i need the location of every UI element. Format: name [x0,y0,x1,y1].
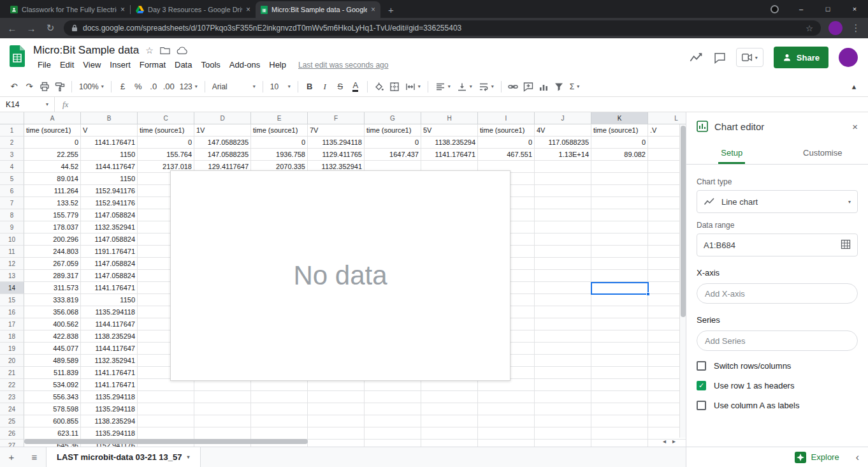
cell-K10[interactable] [591,234,648,246]
checkbox-row-use-column-a-as-labels[interactable]: Use column A as labels [697,401,858,410]
sheet-tab-active[interactable]: LAST microbit-data 03-21 13_57 ▾ [46,447,201,467]
row-header-15[interactable]: 15 [0,294,24,306]
cell-K12[interactable] [591,258,648,270]
row-header-23[interactable]: 23 [0,391,24,403]
cell-E26[interactable] [251,427,308,440]
cell-K2[interactable]: 0 [591,137,648,149]
cell-D1[interactable]: 1V [194,124,251,137]
cell-C3[interactable]: 155.764 [138,149,194,161]
cell-B22[interactable]: 1141.176471 [81,379,138,391]
star-icon[interactable]: ☆ [145,45,154,56]
paint-format-icon[interactable] [52,79,68,94]
menu-tools[interactable]: Tools [196,59,224,71]
document-title[interactable]: Micro:Bit Sample data [33,44,139,57]
cell-C23[interactable] [138,391,194,403]
url-bar[interactable]: docs.google.com/spreadsheets/d/107Pkqo3s… [64,20,821,36]
row-header-12[interactable]: 12 [0,258,24,270]
browser-profile-avatar[interactable] [828,21,843,35]
cell-B13[interactable]: 1147.058824 [81,270,138,282]
row-header-25[interactable]: 25 [0,415,24,427]
cell-C1[interactable]: time (source1) [138,124,194,137]
cell-I25[interactable] [478,415,535,427]
cell-J15[interactable] [535,294,591,306]
cell-F1[interactable]: 7V [308,124,365,137]
cell-G2[interactable]: 0 [365,137,421,149]
cell-B14[interactable]: 1141.176471 [81,282,138,294]
menu-view[interactable]: View [78,59,105,71]
cell-K24[interactable] [591,403,648,415]
cell-A9[interactable]: 178.037 [24,221,81,234]
column-header-G[interactable]: G [365,112,421,124]
cell-E25[interactable] [251,415,308,427]
minimize-button[interactable]: – [788,0,814,18]
column-header-B[interactable]: B [81,112,138,124]
cell-J10[interactable] [535,234,591,246]
series-input[interactable]: Add Series [697,330,858,351]
cell-K25[interactable] [591,415,648,427]
cell-A4[interactable]: 44.52 [24,161,81,173]
insert-chart-icon[interactable] [536,79,551,94]
cell-E2[interactable]: 0 [251,137,308,149]
text-color-icon[interactable]: A [348,79,363,94]
cell-K9[interactable] [591,221,648,234]
cell-A14[interactable]: 311.573 [24,282,81,294]
cell-A6[interactable]: 111.264 [24,185,81,197]
cell-B6[interactable]: 1152.941176 [81,185,138,197]
cell-K18[interactable] [591,330,648,343]
cell-K6[interactable] [591,185,648,197]
cell-F3[interactable]: 1129.411765 [308,149,365,161]
cell-H23[interactable] [421,391,478,403]
browser-tab-classroom[interactable]: Classwork for The Fully Electric C × [5,1,130,18]
cell-K13[interactable] [591,270,648,282]
cell-G26[interactable] [365,427,421,440]
cell-E1[interactable]: time (source1) [251,124,308,137]
cell-B18[interactable]: 1138.235294 [81,330,138,343]
menu-insert[interactable]: Insert [105,59,135,71]
tab-setup[interactable]: Setup [686,140,778,164]
cell-K17[interactable] [591,318,648,330]
cell-K19[interactable] [591,343,648,355]
increase-decimal-icon[interactable]: .00 [161,79,177,94]
cell-J25[interactable] [535,415,591,427]
cell-B17[interactable]: 1144.117647 [81,318,138,330]
cell-H2[interactable]: 1138.235294 [421,137,478,149]
close-icon[interactable]: × [246,5,250,14]
cell-J5[interactable] [535,173,591,185]
cell-A12[interactable]: 267.059 [24,258,81,270]
row-header-5[interactable]: 5 [0,173,24,185]
insights-icon[interactable] [690,53,704,63]
column-header-I[interactable]: I [478,112,535,124]
cell-J11[interactable] [535,246,591,258]
cell-F26[interactable] [308,427,365,440]
menu-file[interactable]: File [33,59,55,71]
video-call-button[interactable]: ▾ [736,48,763,67]
share-button[interactable]: Share [774,47,828,68]
data-range-input[interactable]: A1:B684 [697,234,858,256]
spreadsheet-grid[interactable]: ABCDEFGHIJKL 1time (source1)Vtime (sourc… [0,112,686,447]
row-header-24[interactable]: 24 [0,403,24,415]
column-header-K[interactable]: K [591,112,648,124]
cell-G23[interactable] [365,391,421,403]
cell-F25[interactable] [308,415,365,427]
cell-J19[interactable] [535,343,591,355]
insert-link-icon[interactable] [505,79,521,94]
text-wrap-select[interactable]: ▾ [475,82,497,92]
cell-F27[interactable] [308,440,365,447]
cell-A16[interactable]: 356.068 [24,306,81,318]
x-axis-input[interactable]: Add X-axis [697,283,858,304]
cell-B19[interactable]: 1144.117647 [81,343,138,355]
cell-F24[interactable] [308,403,365,415]
cell-B10[interactable]: 1147.058824 [81,234,138,246]
cell-A8[interactable]: 155.779 [24,209,81,221]
checkbox-row-use-row-1-as-headers[interactable]: ✓Use row 1 as headers [697,381,858,390]
cell-A5[interactable]: 89.014 [24,173,81,185]
number-format-select[interactable]: 123▾ [177,82,201,91]
cell-A26[interactable]: 623.11 [24,427,81,440]
row-header-8[interactable]: 8 [0,209,24,221]
row-header-3[interactable]: 3 [0,149,24,161]
cell-B23[interactable]: 1135.294118 [81,391,138,403]
cell-A19[interactable]: 445.077 [24,343,81,355]
cell-A13[interactable]: 289.317 [24,270,81,282]
cell-J21[interactable] [535,367,591,379]
row-header-11[interactable]: 11 [0,246,24,258]
